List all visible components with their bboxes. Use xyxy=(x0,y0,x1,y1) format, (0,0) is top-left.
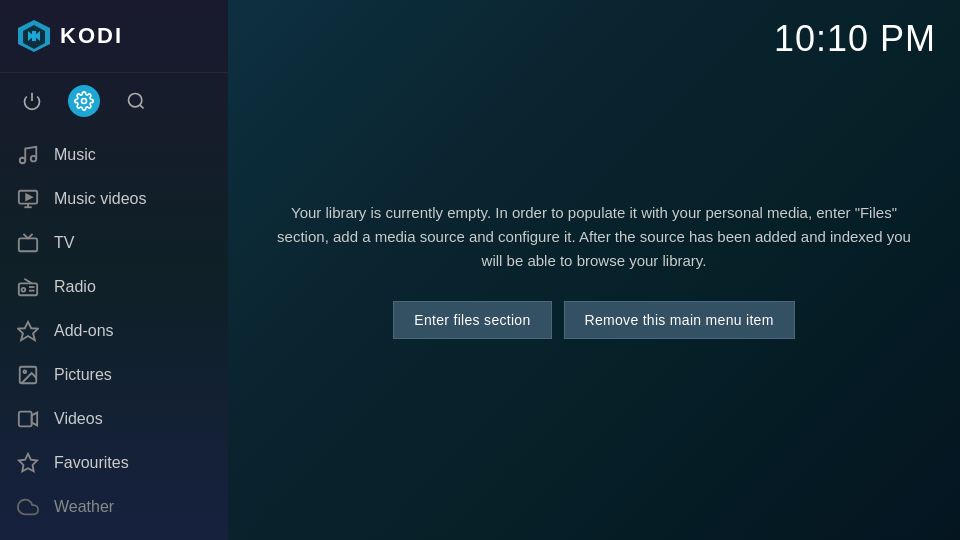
library-empty-text: Your library is currently empty. In orde… xyxy=(274,201,914,273)
enter-files-button[interactable]: Enter files section xyxy=(393,301,551,339)
sidebar-item-tv[interactable]: TV xyxy=(0,221,228,265)
sidebar-item-videos-label: Videos xyxy=(54,410,103,428)
kodi-logo-icon xyxy=(16,18,52,54)
radio-icon xyxy=(16,275,40,299)
main-content: 10:10 PM Your library is currently empty… xyxy=(228,0,960,540)
library-empty-box: Your library is currently empty. In orde… xyxy=(254,181,934,359)
svg-marker-20 xyxy=(18,322,38,340)
svg-point-22 xyxy=(23,370,26,373)
remove-menu-item-button[interactable]: Remove this main menu item xyxy=(564,301,795,339)
music-icon xyxy=(16,143,40,167)
svg-line-8 xyxy=(140,105,144,109)
sidebar-item-videos[interactable]: Videos xyxy=(0,397,228,441)
favourites-icon xyxy=(16,451,40,475)
videos-icon xyxy=(16,407,40,431)
svg-marker-25 xyxy=(19,454,37,471)
svg-rect-23 xyxy=(19,412,32,427)
svg-point-17 xyxy=(22,288,26,292)
app-title: KODI xyxy=(60,23,123,49)
sidebar-item-favourites-label: Favourites xyxy=(54,454,129,472)
sidebar-menu: Music Music videos TV xyxy=(0,129,228,540)
music-video-icon xyxy=(16,187,40,211)
top-icons-bar xyxy=(0,73,228,129)
svg-point-6 xyxy=(82,99,87,104)
sidebar-item-addons[interactable]: Add-ons xyxy=(0,309,228,353)
svg-point-7 xyxy=(129,94,142,107)
svg-marker-24 xyxy=(32,413,37,426)
sidebar-item-weather[interactable]: Weather xyxy=(0,485,228,529)
sidebar-item-favourites[interactable]: Favourites xyxy=(0,441,228,485)
action-buttons: Enter files section Remove this main men… xyxy=(393,301,794,339)
sidebar: KODI xyxy=(0,0,228,540)
tv-icon xyxy=(16,231,40,255)
sidebar-header: KODI xyxy=(0,0,228,73)
pictures-icon xyxy=(16,363,40,387)
settings-icon[interactable] xyxy=(68,85,100,117)
svg-point-10 xyxy=(31,156,37,162)
sidebar-item-music-label: Music xyxy=(54,146,96,164)
svg-marker-14 xyxy=(26,194,32,200)
sidebar-item-radio[interactable]: Radio xyxy=(0,265,228,309)
sidebar-item-music-videos[interactable]: Music videos xyxy=(0,177,228,221)
sidebar-item-tv-label: TV xyxy=(54,234,74,252)
sidebar-item-addons-label: Add-ons xyxy=(54,322,114,340)
svg-rect-4 xyxy=(32,31,36,41)
sidebar-item-pictures-label: Pictures xyxy=(54,366,112,384)
time-display: 10:10 PM xyxy=(774,18,936,60)
sidebar-item-music-videos-label: Music videos xyxy=(54,190,146,208)
sidebar-item-radio-label: Radio xyxy=(54,278,96,296)
svg-point-9 xyxy=(20,158,26,164)
search-icon[interactable] xyxy=(120,85,152,117)
weather-icon xyxy=(16,495,40,519)
power-icon[interactable] xyxy=(16,85,48,117)
addons-icon xyxy=(16,319,40,343)
sidebar-item-music[interactable]: Music xyxy=(0,133,228,177)
sidebar-item-weather-label: Weather xyxy=(54,498,114,516)
svg-rect-15 xyxy=(19,238,37,251)
sidebar-item-pictures[interactable]: Pictures xyxy=(0,353,228,397)
